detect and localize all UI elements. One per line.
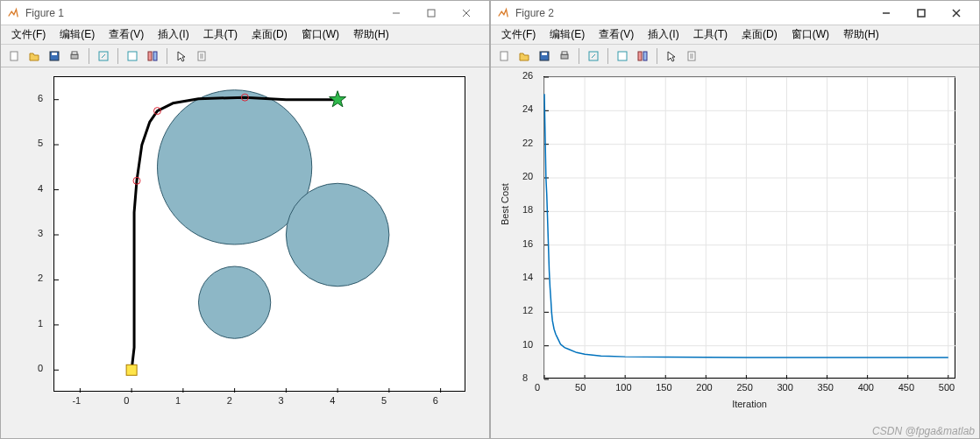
close-button[interactable] <box>449 1 484 25</box>
toolbar <box>1 45 489 67</box>
ytick-label: 12 <box>522 305 533 315</box>
xtick-label: 50 <box>575 382 586 393</box>
toolbar-separator <box>167 48 167 64</box>
svg-rect-10 <box>128 52 137 60</box>
window-tile-icon[interactable] <box>633 46 652 66</box>
svg-rect-11 <box>148 52 152 60</box>
ytick-label: 6 <box>38 93 43 103</box>
menu-edit[interactable]: 编辑(E) <box>53 25 102 44</box>
toolbar-separator <box>117 48 118 64</box>
window-single-icon[interactable] <box>613 46 632 66</box>
xtick-label: -1 <box>72 395 81 406</box>
ytick-label: 26 <box>522 70 533 81</box>
xtick-label: 4 <box>330 395 335 406</box>
ytick-label: 22 <box>522 138 533 148</box>
ytick-label: 0 <box>38 363 43 373</box>
minimize-button[interactable] <box>379 1 414 25</box>
ytick-label: 16 <box>522 238 533 249</box>
xtick-label: 2 <box>227 395 232 406</box>
svg-rect-6 <box>52 53 57 55</box>
minimize-button[interactable] <box>869 1 904 25</box>
close-button[interactable] <box>939 1 974 25</box>
print-icon[interactable] <box>555 46 574 66</box>
menu-desktop[interactable]: 桌面(D) <box>735 25 785 44</box>
xtick-label: 0 <box>124 395 129 406</box>
document-icon[interactable] <box>192 46 211 66</box>
save-icon[interactable] <box>535 46 554 66</box>
xtick-label: 500 <box>939 382 955 393</box>
menu-help[interactable]: 帮助(H) <box>836 25 886 44</box>
menu-edit[interactable]: 编辑(E) <box>543 25 592 44</box>
ytick-label: 14 <box>522 272 533 282</box>
toolbar-separator <box>579 48 579 64</box>
xtick-label: 200 <box>696 382 712 393</box>
figure-window-2: Figure 2 文件(F) 编辑(E) 查看(V) 插入(I) 工具(T) 桌… <box>490 0 980 439</box>
ytick-label: 1 <box>38 318 43 329</box>
svg-rect-44 <box>501 52 508 60</box>
svg-rect-46 <box>542 53 547 55</box>
menu-desktop[interactable]: 桌面(D) <box>245 25 295 44</box>
svg-rect-4 <box>11 52 18 60</box>
new-file-icon[interactable] <box>494 46 514 66</box>
matlab-icon <box>496 6 510 20</box>
link-icon[interactable] <box>584 46 603 66</box>
menu-view[interactable]: 查看(V) <box>102 25 151 44</box>
menubar: 文件(F) 编辑(E) 查看(V) 插入(I) 工具(T) 桌面(D) 窗口(W… <box>491 25 979 45</box>
ytick-label: 5 <box>38 138 43 148</box>
svg-rect-12 <box>153 52 157 60</box>
ytick-label: 4 <box>38 183 43 194</box>
axes-1 <box>53 76 465 392</box>
xtick-label: 3 <box>278 395 283 406</box>
matlab-icon <box>6 6 20 20</box>
print-icon[interactable] <box>65 46 84 66</box>
window-title: Figure 2 <box>515 7 869 19</box>
menu-view[interactable]: 查看(V) <box>592 25 641 44</box>
menu-insert[interactable]: 插入(I) <box>151 25 195 44</box>
xtick-label: 1 <box>175 395 181 406</box>
ytick-label: 10 <box>522 339 533 350</box>
plot-area-2: Iteration Best Cost 05010015020025030035… <box>491 67 979 438</box>
xlabel-2: Iteration <box>543 399 955 409</box>
xtick-label: 5 <box>381 395 387 406</box>
maximize-button[interactable] <box>414 1 449 25</box>
svg-rect-38 <box>126 365 137 375</box>
xtick-label: 6 <box>433 395 438 406</box>
ytick-label: 24 <box>522 103 533 114</box>
svg-rect-47 <box>561 54 568 59</box>
menu-tools[interactable]: 工具(T) <box>686 25 735 44</box>
maximize-button[interactable] <box>904 1 939 25</box>
pointer-icon[interactable] <box>172 46 191 66</box>
new-file-icon[interactable] <box>4 46 24 66</box>
save-icon[interactable] <box>45 46 64 66</box>
menu-file[interactable]: 文件(F) <box>494 25 543 44</box>
xtick-label: 450 <box>898 382 914 393</box>
open-folder-icon[interactable] <box>515 46 534 66</box>
plot-area-1: -101234560123456 <box>1 67 489 438</box>
axes-2 <box>543 76 955 379</box>
svg-marker-39 <box>330 91 346 107</box>
open-folder-icon[interactable] <box>25 46 44 66</box>
window-title: Figure 1 <box>25 7 379 19</box>
link-icon[interactable] <box>94 46 113 66</box>
menu-file[interactable]: 文件(F) <box>4 25 53 44</box>
ytick-label: 3 <box>38 228 43 238</box>
figure-window-1: Figure 1 文件(F) 编辑(E) 查看(V) 插入(I) 工具(T) 桌… <box>0 0 490 439</box>
menu-help[interactable]: 帮助(H) <box>346 25 396 44</box>
document-icon[interactable] <box>682 46 701 66</box>
menu-window[interactable]: 窗口(W) <box>785 25 836 44</box>
pointer-icon[interactable] <box>662 46 681 66</box>
svg-rect-50 <box>618 52 627 60</box>
xtick-label: 400 <box>858 382 874 393</box>
window-single-icon[interactable] <box>123 46 142 66</box>
menu-insert[interactable]: 插入(I) <box>641 25 685 44</box>
ytick-label: 20 <box>522 171 533 181</box>
xtick-label: 150 <box>656 382 671 393</box>
svg-rect-7 <box>71 54 78 59</box>
svg-rect-48 <box>562 52 567 54</box>
menu-tools[interactable]: 工具(T) <box>196 25 245 44</box>
menu-window[interactable]: 窗口(W) <box>295 25 346 44</box>
toolbar-separator <box>657 48 657 64</box>
titlebar: Figure 1 <box>1 1 489 25</box>
svg-rect-41 <box>918 10 925 17</box>
window-tile-icon[interactable] <box>143 46 162 66</box>
